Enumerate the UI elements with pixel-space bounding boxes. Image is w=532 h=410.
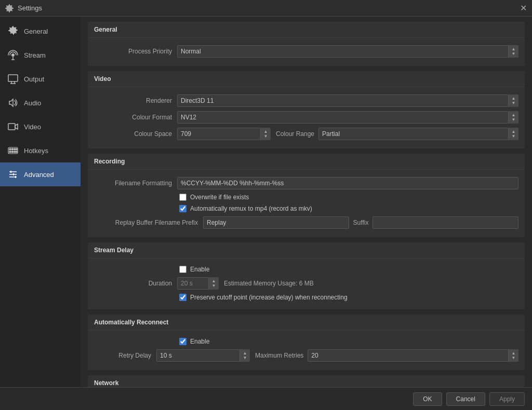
retry-delay-row: Retry Delay 10 s 5 s 15 s 30 s 60 s ▲ ▼ … — [88, 347, 525, 364]
estimated-mem-label: Estimated Memory Usage: 6 MB — [219, 280, 314, 287]
general-section: General Process Priority Normal Above No… — [88, 22, 525, 66]
duration-label: Duration — [94, 280, 177, 287]
titlebar-title: Settings — [18, 4, 42, 12]
general-icon — [7, 25, 19, 37]
preserve-row: Preserve cutoff point (increase delay) w… — [88, 292, 525, 303]
svg-rect-4 — [8, 75, 18, 81]
hotkeys-icon — [7, 145, 19, 156]
titlebar: Settings ✕ — [0, 0, 532, 17]
sidebar-item-video[interactable]: Video — [0, 115, 81, 139]
process-priority-select-wrapper: Normal Above Normal High Realtime Below … — [177, 45, 518, 58]
settings-icon — [5, 4, 14, 12]
preserve-checkbox[interactable] — [179, 294, 187, 301]
colour-format-row: Colour Format NV12 I420 I444 RGB ▲ ▼ — [88, 109, 525, 126]
duration-spinner: ▲ ▼ — [177, 277, 219, 290]
colour-space-select[interactable]: 709 601 2100 PQ 2100 HLG — [177, 128, 271, 140]
retry-delay-label: Retry Delay — [94, 352, 156, 359]
close-button[interactable]: ✕ — [520, 4, 527, 12]
renderer-row: Renderer Direct3D 11 OpenGL ▲ ▼ — [88, 92, 525, 109]
overwrite-label: Overwrite if file exists — [190, 194, 249, 201]
preserve-label: Preserve cutoff point (increase delay) w… — [190, 294, 348, 301]
svg-rect-14 — [12, 151, 14, 153]
renderer-label: Renderer — [94, 97, 177, 104]
svg-rect-10 — [9, 148, 11, 150]
svg-rect-11 — [12, 148, 14, 150]
svg-rect-16 — [16, 148, 17, 150]
retry-delay-select[interactable]: 10 s 5 s 15 s 30 s 60 s — [156, 349, 250, 362]
svg-point-1 — [11, 53, 15, 57]
suffix-input[interactable] — [373, 216, 518, 229]
colour-format-select[interactable]: NV12 I420 I444 RGB — [177, 111, 518, 124]
colour-range-select-wrapper: Partial Full ▲ ▼ — [318, 128, 518, 140]
sidebar: General Stream — [0, 17, 81, 410]
auto-reconnect-section-header: Automatically Reconnect — [88, 315, 525, 331]
filename-formatting-label: Filename Formatting — [94, 180, 177, 187]
stream-delay-section: Stream Delay Enable Duration ▲ ▼ Estimat… — [88, 242, 525, 309]
replay-buffer-input[interactable] — [203, 216, 349, 229]
filename-formatting-input[interactable] — [177, 177, 518, 189]
remux-checkbox[interactable] — [179, 205, 187, 212]
duration-row: Duration ▲ ▼ Estimated Memory Usage: 6 M… — [88, 275, 525, 292]
sidebar-item-label-stream: Stream — [24, 51, 46, 59]
process-priority-select[interactable]: Normal Above Normal High Realtime Below … — [177, 45, 518, 58]
max-retries-select[interactable]: 20 5 10 15 25 30 Unlimited — [308, 349, 518, 362]
remux-label: Automatically remux to mp4 (record as mk… — [190, 205, 312, 212]
overwrite-checkbox[interactable] — [179, 194, 187, 201]
stream-delay-enable-row: Enable — [88, 264, 525, 275]
colour-range-label: Colour Range — [271, 130, 318, 138]
process-priority-label: Process Priority — [94, 48, 177, 55]
retry-delay-select-wrapper: 10 s 5 s 15 s 30 s 60 s ▲ ▼ — [156, 349, 250, 362]
max-retries-select-wrapper: 20 5 10 15 25 30 Unlimited ▲ ▼ — [308, 349, 518, 362]
apply-button[interactable]: Apply — [489, 392, 525, 406]
stream-delay-enable-label: Enable — [190, 266, 209, 273]
sidebar-item-audio[interactable]: Audio — [0, 91, 81, 115]
cancel-button[interactable]: Cancel — [446, 392, 485, 406]
sidebar-item-label-output: Output — [24, 75, 44, 83]
svg-rect-17 — [16, 151, 17, 153]
svg-rect-8 — [8, 124, 15, 130]
output-icon — [7, 73, 19, 85]
overwrite-row: Overwrite if file exists — [88, 192, 525, 203]
max-retries-label: Maximum Retries — [250, 352, 308, 359]
auto-reconnect-enable-row: Enable — [88, 336, 525, 347]
footer: OK Cancel Apply — [0, 387, 532, 410]
sidebar-item-general[interactable]: General — [0, 19, 81, 43]
colour-range-select[interactable]: Partial Full — [318, 128, 518, 140]
sidebar-item-label-advanced: Advanced — [24, 171, 54, 179]
process-priority-row: Process Priority Normal Above Normal Hig… — [88, 43, 525, 60]
advanced-icon — [7, 169, 19, 180]
renderer-select[interactable]: Direct3D 11 OpenGL — [177, 94, 518, 107]
video-icon — [7, 121, 19, 132]
stream-delay-section-header: Stream Delay — [88, 242, 525, 258]
video-section-header: Video — [88, 71, 525, 87]
colour-format-select-wrapper: NV12 I420 I444 RGB ▲ ▼ — [177, 111, 518, 124]
sidebar-item-advanced[interactable]: Advanced — [0, 162, 81, 186]
renderer-select-wrapper: Direct3D 11 OpenGL ▲ ▼ — [177, 94, 518, 107]
titlebar-left: Settings — [5, 4, 42, 12]
colour-space-label: Colour Space — [94, 130, 177, 138]
stream-delay-enable-checkbox[interactable] — [179, 266, 187, 273]
stream-icon — [7, 49, 19, 61]
replay-buffer-label: Replay Buffer Filename Prefix — [94, 219, 203, 226]
recording-section-header: Recording — [88, 154, 525, 170]
main-container: General Stream — [0, 17, 532, 410]
auto-reconnect-section: Automatically Reconnect Enable Retry Del… — [88, 315, 525, 370]
filename-formatting-row: Filename Formatting — [88, 175, 525, 192]
sidebar-item-label-video: Video — [24, 123, 41, 131]
audio-icon — [7, 97, 19, 108]
sidebar-item-hotkeys[interactable]: Hotkeys — [0, 139, 81, 162]
colour-space-select-wrapper: 709 601 2100 PQ 2100 HLG ▲ ▼ — [177, 128, 271, 140]
colour-space-row: Colour Space 709 601 2100 PQ 2100 HLG ▲ … — [88, 126, 525, 142]
duration-input[interactable] — [177, 277, 219, 290]
sidebar-item-label-general: General — [24, 28, 48, 35]
ok-button[interactable]: OK — [413, 392, 442, 406]
sidebar-item-label-audio: Audio — [24, 99, 41, 107]
remux-row: Automatically remux to mp4 (record as mk… — [88, 203, 525, 214]
sidebar-item-output[interactable]: Output — [0, 67, 81, 91]
auto-reconnect-enable-checkbox[interactable] — [179, 338, 187, 345]
video-section: Video Renderer Direct3D 11 OpenGL ▲ ▼ Co… — [88, 71, 525, 148]
sidebar-item-stream[interactable]: Stream — [0, 43, 81, 67]
colour-format-label: Colour Format — [94, 114, 177, 121]
suffix-label: Suffix — [349, 219, 373, 226]
sidebar-item-label-hotkeys: Hotkeys — [24, 147, 48, 155]
